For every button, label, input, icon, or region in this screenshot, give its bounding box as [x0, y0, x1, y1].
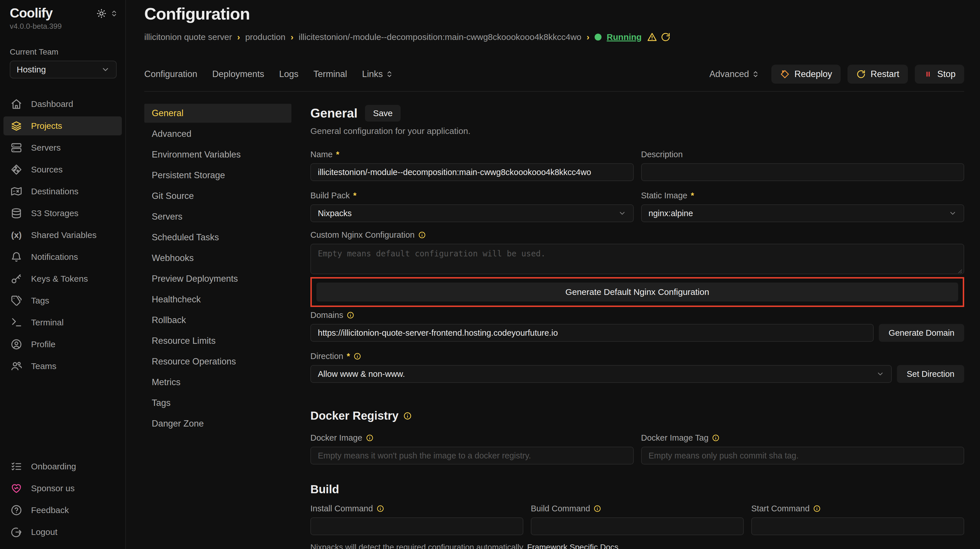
restart-button[interactable]: Restart [848, 65, 908, 84]
refresh-icon[interactable] [661, 32, 670, 42]
info-icon[interactable] [366, 434, 374, 442]
general-form: General Save General configuration for y… [310, 104, 964, 549]
subnav-item-rollback[interactable]: Rollback [144, 311, 291, 330]
subnav-item-metrics[interactable]: Metrics [144, 373, 291, 392]
breadcrumb-separator-icon: › [237, 32, 240, 42]
sidebar: Coolify v4.0.0-beta.399 Current Team Hos… [0, 0, 126, 549]
docker-image-input[interactable] [310, 447, 634, 465]
info-icon[interactable] [377, 505, 384, 512]
docker-image-tag-input[interactable] [641, 447, 964, 465]
subnav-item-servers[interactable]: Servers [144, 207, 291, 226]
logout-icon [10, 526, 22, 538]
git-source-icon [10, 164, 22, 175]
generate-nginx-config-button[interactable]: Generate Default Nginx Configuration [317, 283, 958, 302]
docker-image-label: Docker Image [310, 433, 363, 442]
subnav-item-git-source[interactable]: Git Source [144, 186, 291, 205]
direction-label: Direction [310, 352, 343, 361]
sidebar-item-onboarding[interactable]: Onboarding [3, 457, 122, 476]
theme-chevrons-icon[interactable] [110, 10, 118, 17]
subnav-item-danger-zone[interactable]: Danger Zone [144, 414, 291, 433]
install-command-input[interactable] [310, 517, 523, 535]
breadcrumb-environment[interactable]: production [245, 32, 285, 42]
start-command-label: Start Command [751, 504, 810, 513]
subnav-item-persistent-storage[interactable]: Persistent Storage [144, 166, 291, 185]
team-select[interactable]: Hosting [10, 60, 117, 78]
save-button[interactable]: Save [365, 105, 401, 122]
sidebar-item-feedback[interactable]: Feedback [3, 501, 122, 520]
sidebar-item-logout[interactable]: Logout [3, 522, 122, 541]
tab-configuration[interactable]: Configuration [144, 69, 197, 80]
build-command-input[interactable] [531, 517, 744, 535]
theme-sun-icon[interactable] [97, 9, 107, 18]
breadcrumb: illicitonion quote server › production ›… [144, 32, 964, 42]
section-subtitle: General configuration for your applicati… [310, 126, 964, 136]
sidebar-item-shared-variables[interactable]: (x) Shared Variables [3, 226, 122, 245]
sidebar-item-dashboard[interactable]: Dashboard [3, 95, 122, 113]
sidebar-item-s3-storages[interactable]: S3 Storages [3, 204, 122, 223]
terminal-icon [10, 317, 22, 328]
redeploy-button[interactable]: Redeploy [772, 65, 841, 84]
tab-links[interactable]: Links [362, 69, 393, 80]
domains-input[interactable] [310, 324, 873, 342]
info-icon[interactable] [712, 434, 720, 442]
stop-button[interactable]: Stop [915, 65, 964, 84]
subnav-item-healthcheck[interactable]: Healthcheck [144, 290, 291, 309]
sidebar-item-tags[interactable]: Tags [3, 291, 122, 310]
tab-logs[interactable]: Logs [279, 69, 298, 80]
generate-domain-button[interactable]: Generate Domain [879, 324, 964, 342]
description-input[interactable] [641, 163, 964, 181]
sidebar-item-sources[interactable]: Sources [3, 160, 122, 179]
nixpacks-note: Nixpacks will detect the required config… [310, 543, 964, 549]
info-icon[interactable] [418, 231, 426, 239]
subnav-item-advanced[interactable]: Advanced [144, 124, 291, 143]
subnav-item-resource-limits[interactable]: Resource Limits [144, 331, 291, 350]
info-icon[interactable] [403, 412, 412, 420]
warning-icon[interactable] [647, 32, 657, 42]
tab-deployments[interactable]: Deployments [212, 69, 264, 80]
breadcrumb-separator-icon: › [587, 32, 589, 42]
build-pack-select[interactable]: Nixpacks [310, 204, 634, 222]
sidebar-item-teams[interactable]: Teams [3, 357, 122, 376]
sidebar-item-profile[interactable]: Profile [3, 335, 122, 354]
section-title-general: General [310, 106, 358, 121]
subnav-item-tags[interactable]: Tags [144, 393, 291, 412]
tab-terminal[interactable]: Terminal [313, 69, 347, 80]
info-icon[interactable] [347, 311, 354, 319]
chevrons-up-down-icon [386, 70, 393, 78]
sidebar-item-terminal[interactable]: Terminal [3, 313, 122, 332]
install-command-label: Install Command [310, 504, 373, 513]
static-image-select[interactable]: nginx:alpine [641, 204, 964, 222]
app-logo[interactable]: Coolify [10, 5, 52, 21]
static-image-label: Static Image [641, 191, 687, 201]
framework-docs-link[interactable]: Framework Specific Docs [527, 543, 618, 549]
sidebar-item-destinations[interactable]: Destinations [3, 182, 122, 201]
info-icon[interactable] [593, 505, 601, 512]
advanced-menu[interactable]: Advanced [709, 69, 759, 80]
sidebar-item-notifications[interactable]: Notifications [3, 247, 122, 266]
checklist-icon [10, 461, 22, 472]
subnav-item-preview-deployments[interactable]: Preview Deployments [144, 269, 291, 288]
nginx-config-textarea[interactable] [310, 244, 964, 274]
user-circle-icon [10, 339, 22, 350]
start-command-input[interactable] [751, 517, 964, 535]
name-label: Name [310, 150, 332, 159]
sidebar-item-servers[interactable]: Servers [3, 138, 122, 157]
subnav-item-environment-variables[interactable]: Environment Variables [144, 145, 291, 164]
name-input[interactable] [310, 163, 634, 181]
build-command-label: Build Command [531, 504, 590, 513]
subnav-item-general[interactable]: General [144, 104, 291, 123]
sidebar-item-sponsor-us[interactable]: Sponsor us [3, 479, 122, 498]
breadcrumb-application[interactable]: illicitestonion/-module--decomposition:m… [299, 32, 581, 42]
subnav-item-scheduled-tasks[interactable]: Scheduled Tasks [144, 228, 291, 247]
sidebar-item-projects[interactable]: Projects [3, 116, 122, 135]
subnav-item-resource-operations[interactable]: Resource Operations [144, 352, 291, 371]
sidebar-item-keys-tokens[interactable]: Keys & Tokens [3, 269, 122, 288]
info-icon[interactable] [353, 352, 361, 360]
database-icon [10, 207, 22, 219]
set-direction-button[interactable]: Set Direction [897, 365, 964, 383]
info-icon[interactable] [813, 505, 821, 512]
subnav-item-webhooks[interactable]: Webhooks [144, 249, 291, 267]
breadcrumb-project[interactable]: illicitonion quote server [144, 32, 232, 42]
direction-select[interactable]: Allow www & non-www. [310, 365, 892, 383]
status-running-link[interactable]: Running [607, 32, 642, 42]
